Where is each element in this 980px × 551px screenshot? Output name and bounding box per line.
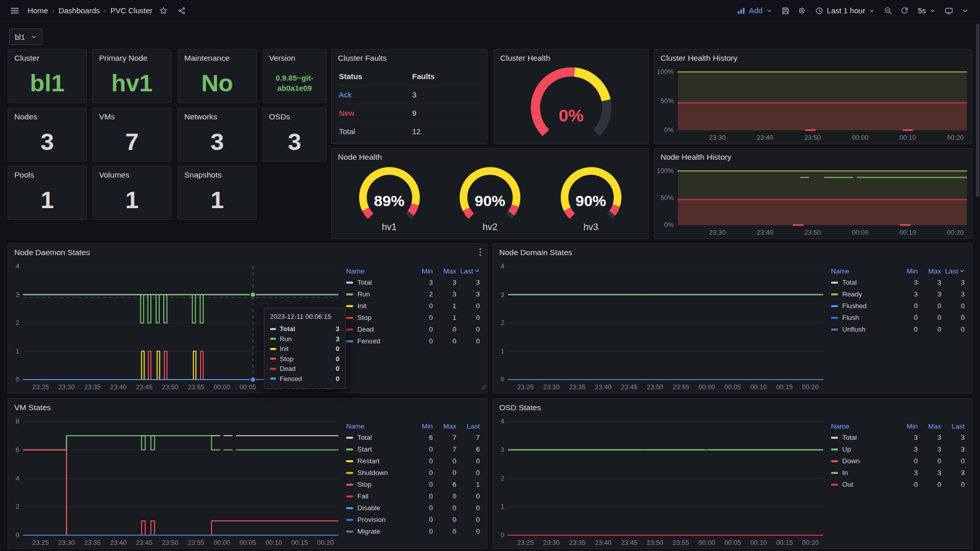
panel-title[interactable]: Networks bbox=[178, 108, 256, 126]
legend-row[interactable]: Provision 0 0 0 bbox=[346, 514, 480, 525]
panel-title[interactable]: Primary Node bbox=[93, 49, 171, 67]
fault-status: Total bbox=[339, 127, 412, 136]
breadcrumb-home[interactable]: Home bbox=[28, 6, 48, 15]
legend-header-name[interactable]: Name bbox=[346, 267, 409, 275]
legend-header-min[interactable]: Min bbox=[894, 422, 918, 430]
favorite-button[interactable] bbox=[156, 3, 171, 18]
panel-title[interactable]: OSDs bbox=[263, 108, 326, 126]
breadcrumb-dashboards[interactable]: Dashboards bbox=[59, 6, 100, 15]
osd-states-chart[interactable]: 0123423:2523:3023:3523:4023:4523:5023:55… bbox=[493, 416, 828, 548]
scrollbar-thumb[interactable] bbox=[976, 23, 979, 197]
panel-menu-button[interactable] bbox=[477, 247, 484, 259]
panel-title[interactable]: Nodes bbox=[8, 108, 86, 126]
legend-header-name[interactable]: Name bbox=[831, 422, 894, 430]
panel-title[interactable]: Cluster Faults bbox=[332, 49, 487, 67]
share-button[interactable] bbox=[174, 3, 189, 18]
legend-header-min[interactable]: Min bbox=[894, 267, 918, 275]
svg-text:3: 3 bbox=[501, 291, 504, 298]
panel-title[interactable]: Maintenance bbox=[178, 49, 256, 67]
legend-header-max[interactable]: Max bbox=[918, 267, 941, 275]
legend-header-max[interactable]: Max bbox=[433, 267, 456, 275]
panel-title[interactable]: Pools bbox=[8, 166, 86, 184]
panel-resize-handle[interactable] bbox=[481, 383, 486, 392]
legend-row[interactable]: Total 6 7 7 bbox=[346, 432, 480, 443]
menu-button[interactable] bbox=[7, 3, 22, 18]
panel-title[interactable]: Cluster bbox=[8, 49, 86, 67]
legend-row[interactable]: Disable 0 0 0 bbox=[346, 502, 480, 514]
series-swatch bbox=[270, 338, 276, 340]
panel-stat-nodes: Nodes 3 bbox=[8, 108, 87, 162]
refresh-button[interactable] bbox=[897, 3, 912, 18]
legend-header-name[interactable]: Name bbox=[831, 267, 894, 275]
legend-row[interactable]: Total 3 3 3 bbox=[831, 277, 965, 288]
legend-header-last[interactable]: Last bbox=[941, 267, 965, 275]
svg-text:23:40: 23:40 bbox=[756, 229, 773, 236]
legend-row[interactable]: Flush 0 0 0 bbox=[831, 312, 965, 323]
legend-row[interactable]: Migrate 0 0 0 bbox=[346, 525, 480, 537]
panel-stat-primary-node: Primary Node hv1 bbox=[92, 49, 172, 103]
panel-title[interactable]: OSD States bbox=[493, 399, 972, 416]
legend-row[interactable]: Init 0 1 0 bbox=[346, 300, 480, 312]
legend-row[interactable]: Dead 0 0 0 bbox=[346, 323, 480, 335]
stat-value: 1 bbox=[210, 188, 224, 212]
panel-title[interactable]: Node Health bbox=[332, 148, 648, 166]
legend-row[interactable]: Fenced 0 0 0 bbox=[346, 335, 480, 347]
legend-row[interactable]: Run 2 3 3 bbox=[346, 288, 480, 300]
legend-row[interactable]: Down 0 0 0 bbox=[831, 455, 965, 467]
legend-row[interactable]: Restart 0 0 0 bbox=[346, 455, 480, 467]
node-health-history-chart[interactable]: 0%50%100%23:3023:4023:5000:0000:1000:20 bbox=[654, 166, 972, 238]
panel-title[interactable]: Node Health History bbox=[654, 148, 972, 166]
legend-header-max[interactable]: Max bbox=[918, 422, 941, 430]
node-domain-states-chart[interactable]: 0123423:2523:3023:3523:4023:4523:5023:55… bbox=[493, 261, 828, 393]
panel-title[interactable]: Node Domain States bbox=[493, 244, 972, 261]
cluster-health-history-chart[interactable]: 0%50%100%23:3023:4023:5000:0000:1000:20 bbox=[654, 67, 972, 143]
series-name: Run bbox=[280, 335, 332, 343]
series-name: Flush bbox=[842, 314, 859, 321]
panel-title[interactable]: Node Daemon States bbox=[8, 244, 487, 261]
add-button[interactable]: Add bbox=[732, 3, 777, 18]
panel-title[interactable]: Cluster Health History bbox=[654, 49, 972, 67]
legend-header-last[interactable]: Last bbox=[456, 267, 480, 275]
legend-row[interactable]: Stop 0 6 1 bbox=[346, 479, 480, 490]
breadcrumb-current[interactable]: PVC Cluster bbox=[110, 6, 153, 15]
panel-title[interactable]: Volumes bbox=[93, 166, 171, 184]
legend-header-name[interactable]: Name bbox=[346, 422, 409, 430]
zoom-out-button[interactable] bbox=[880, 3, 896, 18]
legend-header-last[interactable]: Last bbox=[456, 422, 480, 430]
legend-row[interactable]: Out 0 0 0 bbox=[831, 479, 965, 490]
legend-header-min[interactable]: Min bbox=[409, 422, 433, 430]
legend-row[interactable]: Shutdown 0 0 0 bbox=[346, 467, 480, 479]
vm-states-chart[interactable]: 0246823:2523:3023:3523:4023:4523:5023:55… bbox=[8, 416, 343, 548]
save-dashboard-button[interactable] bbox=[778, 3, 793, 18]
legend-row[interactable]: Stop 0 1 0 bbox=[346, 312, 480, 323]
series-last: 3 bbox=[941, 434, 965, 441]
legend-row[interactable]: Unflush 0 0 0 bbox=[831, 323, 965, 335]
variable-dropdown-cluster[interactable]: bl1 bbox=[9, 29, 42, 45]
tv-mode-button[interactable] bbox=[941, 3, 957, 18]
legend-row[interactable]: Ready 3 3 3 bbox=[831, 288, 965, 300]
legend-row[interactable]: Flushed 0 0 0 bbox=[831, 300, 965, 312]
panel-title[interactable]: VM States bbox=[8, 399, 487, 416]
tooltip-row: Run 3 bbox=[270, 334, 339, 344]
legend-row[interactable]: Fail 0 0 0 bbox=[346, 490, 480, 502]
legend-row[interactable]: Start 0 7 6 bbox=[346, 443, 480, 455]
legend-row[interactable]: In 3 3 3 bbox=[831, 467, 965, 479]
gauge-label: hv2 bbox=[482, 222, 497, 233]
svg-text:00:05: 00:05 bbox=[239, 539, 256, 546]
legend-header-min[interactable]: Min bbox=[409, 267, 433, 275]
legend-header-last[interactable]: Last bbox=[941, 422, 965, 430]
panel-title[interactable]: Snapshots bbox=[178, 166, 256, 184]
panel-title[interactable]: Cluster Health bbox=[494, 49, 648, 67]
panel-title[interactable]: VMs bbox=[93, 108, 171, 126]
panel-node-daemon-states: Node Daemon States 0123423:2523:3023:352… bbox=[8, 243, 487, 393]
legend-row[interactable]: Up 3 3 3 bbox=[831, 443, 965, 455]
tooltip-timestamp: 2023-12-11 00:06:15 bbox=[270, 313, 339, 320]
legend-header-max[interactable]: Max bbox=[433, 422, 456, 430]
legend-row[interactable]: Total 3 3 3 bbox=[346, 277, 480, 288]
legend-row[interactable]: Total 3 3 3 bbox=[831, 432, 965, 443]
dashboard-settings-button[interactable] bbox=[794, 3, 810, 18]
panel-title[interactable]: Version bbox=[263, 49, 326, 67]
refresh-interval-picker[interactable]: 5s bbox=[913, 3, 940, 18]
collapse-nav-button[interactable] bbox=[958, 3, 973, 18]
time-range-picker[interactable]: Last 1 hour bbox=[811, 3, 879, 18]
